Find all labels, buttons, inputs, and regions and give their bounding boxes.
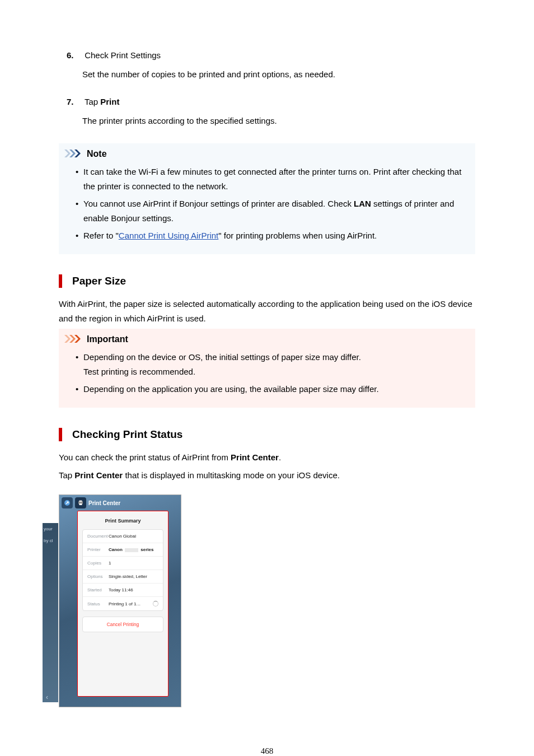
section-paper-size: Paper Size — [59, 274, 475, 288]
step-title-bold: Print — [100, 97, 119, 106]
status-paragraph-2: Tap Print Center that is displayed in mu… — [59, 468, 475, 483]
note-item: It can take the Wi-Fi a few minutes to g… — [83, 165, 470, 193]
arrows-icon — [64, 150, 83, 159]
important-item: Depending on the application you are usi… — [83, 382, 470, 396]
note-item: You cannot use AirPrint if Bonjour setti… — [83, 197, 470, 225]
print-summary-panel: Print Summary Document Canon Global Prin… — [77, 511, 168, 697]
chevron-left-icon: ‹ — [46, 693, 48, 701]
summary-row-document: Document Canon Global — [83, 530, 163, 543]
status-paragraph-1: You can check the print status of AirPri… — [59, 450, 475, 465]
cancel-printing-button[interactable]: Cancel Printing — [82, 617, 163, 632]
summary-row-printer: Printer Canon series — [83, 543, 163, 557]
step-description: Set the number of copies to be printed a… — [82, 68, 475, 81]
summary-row-started: Started Today 11:46 — [83, 584, 163, 597]
print-summary-title: Print Summary — [78, 511, 168, 529]
spinner-icon — [153, 601, 158, 606]
cannot-print-link[interactable]: Cannot Print Using AirPrint — [119, 231, 218, 240]
important-callout: Important Depending on the device or OS,… — [59, 329, 475, 408]
paper-size-paragraph: With AirPrint, the paper size is selecte… — [59, 297, 475, 325]
important-item: Depending on the device or OS, the initi… — [83, 350, 470, 379]
summary-row-options: Options Single-sided, Letter — [83, 570, 163, 584]
svg-rect-8 — [79, 501, 82, 502]
note-item: Refer to "Cannot Print Using AirPrint" f… — [83, 228, 470, 243]
svg-rect-9 — [79, 503, 82, 505]
redacted-block — [125, 548, 138, 552]
svg-marker-3 — [64, 335, 71, 343]
page-number: 468 — [59, 746, 475, 756]
summary-row-status: Status Printing 1 of 1… — [83, 597, 163, 610]
note-title: Note — [87, 149, 107, 159]
step-title-pre: Tap — [85, 97, 100, 106]
step-description: The printer prints according to the spec… — [82, 114, 475, 128]
step-title: Tap Print — [85, 97, 120, 106]
note-callout: Note It can take the Wi-Fi a few minutes… — [59, 143, 475, 254]
print-center-app-icon — [75, 497, 86, 508]
section-checking-print-status: Checking Print Status — [59, 428, 475, 442]
step-6: 6. Check Print Settings Set the number o… — [59, 50, 475, 81]
print-center-screenshot: Print Center your by cl ‹ Print Summary … — [59, 494, 181, 707]
important-title: Important — [87, 334, 128, 344]
summary-row-copies: Copies 1 — [83, 557, 163, 570]
print-center-tab-label: Print Center — [88, 500, 120, 506]
background-app-ghost: your by cl ‹ — [43, 523, 58, 702]
step-number: 6. — [59, 50, 82, 60]
svg-marker-0 — [64, 150, 71, 157]
arrows-icon — [64, 335, 83, 344]
step-7: 7. Tap Print The printer prints accordin… — [59, 97, 475, 128]
step-title: Check Print Settings — [85, 50, 161, 60]
app-switcher-icon — [62, 497, 73, 508]
step-number: 7. — [59, 97, 82, 106]
